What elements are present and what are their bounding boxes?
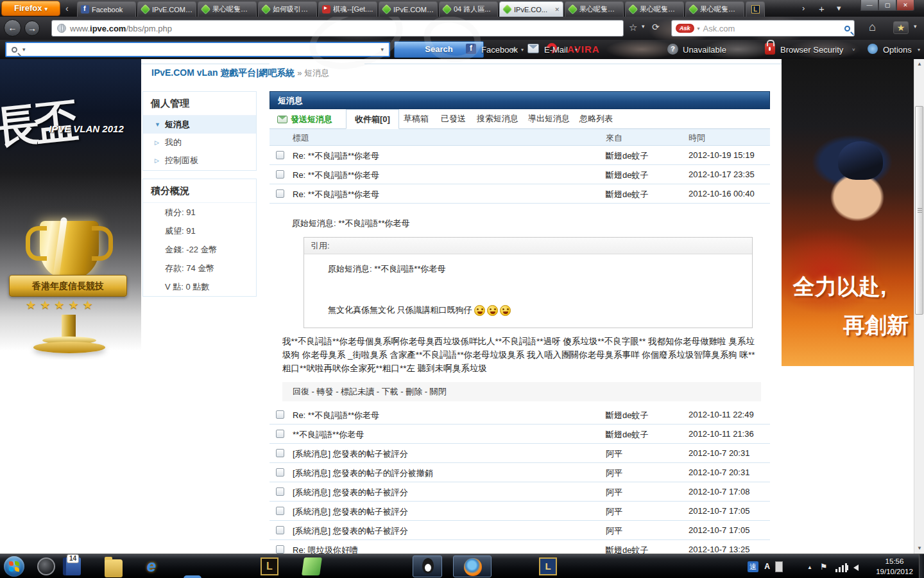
row-checkbox[interactable] xyxy=(276,468,284,477)
websearch-bar[interactable]: Ask ▾ Ask.com xyxy=(671,20,855,37)
message-sender-link[interactable]: 斷翅de蚊子 xyxy=(606,189,648,200)
search-history-icon[interactable]: ▾ xyxy=(381,46,384,53)
message-title-link[interactable]: [系統消息] 您發表的帖子的評分被撤銷 xyxy=(293,468,433,479)
compose-message-link[interactable]: 發送短消息 xyxy=(277,114,332,125)
chevron-down-icon[interactable]: ˅ xyxy=(852,47,855,53)
taskbar-media-player-icon[interactable] xyxy=(184,575,201,578)
tab-scroll-right-icon[interactable]: › xyxy=(802,3,805,13)
message-title-link[interactable]: [系統消息] 您發表的帖子被評分 xyxy=(293,487,408,498)
page-scrollbar[interactable]: ▲ ▼ xyxy=(914,59,924,554)
tray-overflow-icon[interactable]: ▲ xyxy=(807,565,812,570)
taskbar-firefox-active[interactable] xyxy=(453,556,492,577)
scroll-up-icon[interactable]: ▲ xyxy=(914,59,924,69)
ask-logo[interactable]: Ask xyxy=(676,24,694,33)
close-tab-icon[interactable]: ✕ xyxy=(554,6,560,13)
message-title-link[interactable]: Re: **不良詞語**你老母 xyxy=(293,189,379,200)
action-mark-unread[interactable]: 標記未讀 xyxy=(341,387,382,396)
tab-ignore-list[interactable]: 忽略列表 xyxy=(571,109,621,129)
message-sender-link[interactable]: 阿平 xyxy=(606,487,622,498)
tab-forum-1[interactable]: 果心呢隻契... xyxy=(198,1,257,17)
bookmarks-dropdown-icon[interactable]: ▾ xyxy=(914,23,917,30)
sidebar-item-control-panel[interactable]: ▷控制面板 xyxy=(143,152,256,170)
chevron-down-icon[interactable]: ▾ xyxy=(575,47,578,53)
start-button[interactable] xyxy=(4,556,24,577)
tab-lol[interactable]: L xyxy=(746,1,765,17)
message-title-link[interactable]: [系統消息] 您發表的帖子被評分 xyxy=(293,448,408,460)
tab-drafts[interactable]: 草稿箱 xyxy=(395,109,437,129)
volume-icon[interactable] xyxy=(853,565,859,571)
message-sender-link[interactable]: 斷翅de蚊子 xyxy=(606,410,648,421)
row-checkbox[interactable] xyxy=(276,449,284,457)
tray-ime-mode-icon[interactable] xyxy=(775,561,783,572)
toolbar-search-input[interactable]: ▾ ▾ xyxy=(5,42,390,57)
new-tab-button[interactable]: + xyxy=(819,3,825,14)
message-sender-link[interactable]: 阿平 xyxy=(606,448,622,460)
tab-video[interactable]: 棋魂--[Get.... xyxy=(318,1,377,17)
close-button[interactable]: ✕ xyxy=(896,0,914,11)
reload-icon[interactable]: ⟳ xyxy=(652,22,660,32)
row-checkbox[interactable] xyxy=(276,151,284,159)
tab-forum-4[interactable]: 果心呢隻契... xyxy=(565,1,624,17)
tab-forum-6[interactable]: 果心呢隻契... xyxy=(685,1,744,17)
tab-ipve-1[interactable]: IPvE.COM ... xyxy=(137,1,196,17)
breadcrumb-site-link[interactable]: IPvE.COM vLan 遊戲平台|網吧系統 xyxy=(151,67,295,78)
tab-export-messages[interactable]: 導出短消息 xyxy=(520,109,578,129)
tab-inbox[interactable]: 收件箱[0] xyxy=(346,109,399,129)
tab-forum-3[interactable]: 04 路人區... xyxy=(439,1,498,17)
tab-ipve-2[interactable]: IPvE.COM ... xyxy=(379,1,438,17)
action-close[interactable]: 關閉 xyxy=(430,387,447,396)
bookmarks-panel-icon[interactable]: ★ xyxy=(893,21,909,34)
firefox-menu-button[interactable]: Firefox▾ xyxy=(1,1,60,16)
network-icon[interactable] xyxy=(835,569,837,572)
restore-button[interactable]: ▢ xyxy=(878,0,896,11)
row-checkbox[interactable] xyxy=(276,170,284,179)
row-checkbox[interactable] xyxy=(276,410,284,419)
email-toolbar-button[interactable]: E-Mail xyxy=(544,45,568,55)
tray-sogou-icon[interactable]: 速 xyxy=(748,561,758,572)
row-checkbox[interactable] xyxy=(276,545,284,554)
message-sender-link[interactable]: 斷翅de蚊子 xyxy=(606,429,648,441)
show-desktop-button[interactable] xyxy=(919,554,924,578)
tab-search-messages[interactable]: 搜索短消息 xyxy=(468,109,527,129)
tab-scroll-left-icon[interactable]: ‹ xyxy=(65,4,69,13)
search-dropdown-icon[interactable]: ▾ xyxy=(22,46,26,53)
taskbar-app-browser2-icon[interactable] xyxy=(37,557,55,575)
engine-dropdown-icon[interactable]: ▾ xyxy=(697,26,700,31)
tab-forum-5[interactable]: 果心呢隻契... xyxy=(625,1,684,17)
action-delete[interactable]: 刪除 xyxy=(406,387,430,396)
chevron-down-icon[interactable]: ▾ xyxy=(918,47,920,53)
browser-security-button[interactable]: Browser Security xyxy=(780,45,843,55)
tray-ime-icon[interactable]: A xyxy=(762,561,773,572)
tab-forum-2[interactable]: 如何吸引別... xyxy=(258,1,317,17)
bookmark-star-icon[interactable]: ☆ xyxy=(629,22,637,33)
home-icon[interactable]: ⌂ xyxy=(869,21,876,34)
taskbar-lol-icon[interactable]: L xyxy=(261,557,278,575)
search-go-icon[interactable] xyxy=(844,26,850,31)
scrollbar-thumb[interactable] xyxy=(915,106,923,315)
action-forward[interactable]: 轉發 xyxy=(317,387,341,396)
taskbar-lol-client-icon[interactable]: L xyxy=(539,557,557,575)
message-sender-link[interactable]: 阿平 xyxy=(606,525,622,537)
action-download[interactable]: 下載 xyxy=(382,387,406,396)
message-title-link[interactable]: **不良詞語**你老母 xyxy=(293,429,364,441)
message-title-link[interactable]: [系統消息] 您發表的帖子被評分 xyxy=(293,506,408,518)
scroll-down-icon[interactable]: ▼ xyxy=(914,543,924,554)
sidebar-item-mine[interactable]: ▷我的 xyxy=(143,134,256,152)
url-bar[interactable]: www.ipve.com/bbs/pm.php xyxy=(51,20,624,37)
taskbar-ie-icon[interactable]: e xyxy=(142,557,160,575)
forward-button[interactable]: → xyxy=(24,21,40,36)
list-all-tabs-icon[interactable]: ▾ xyxy=(837,3,841,13)
facebook-toolbar-button[interactable]: Facebook xyxy=(481,45,518,55)
message-sender-link[interactable]: 斷翅de蚊子 xyxy=(606,150,648,162)
row-checkbox[interactable] xyxy=(276,507,284,515)
taskbar-explorer-icon[interactable] xyxy=(105,559,123,577)
message-sender-link[interactable]: 阿平 xyxy=(606,468,622,479)
row-checkbox[interactable] xyxy=(276,526,284,534)
tab-facebook[interactable]: Facebook xyxy=(77,1,136,17)
taskbar-card-app-icon[interactable] xyxy=(302,557,322,575)
options-button[interactable]: Options xyxy=(883,45,912,55)
message-sender-link[interactable]: 斷翅de蚊子 xyxy=(606,545,648,554)
row-checkbox[interactable] xyxy=(276,487,284,496)
url-dropdown-icon[interactable]: ▾ xyxy=(642,23,645,30)
tab-ipve-active[interactable]: IPvE.CO...✕ xyxy=(499,1,563,17)
